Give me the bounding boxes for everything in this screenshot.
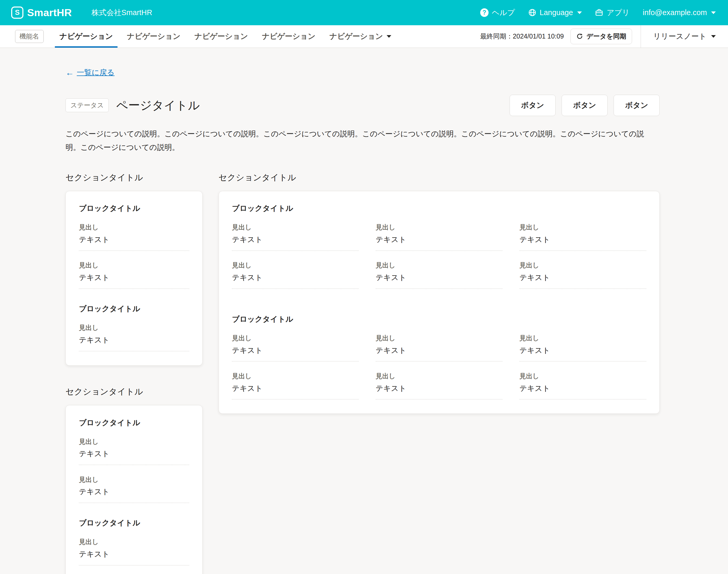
block-title: ブロックタイトル [79,304,189,314]
refresh-icon [576,33,583,40]
language-label: Language [540,8,573,17]
field-label: 見出し [79,323,189,332]
block: ブロックタイトル 見出し テキスト [79,518,189,565]
field-label: 見出し [79,538,189,546]
field-row: 見出し テキスト [232,372,359,399]
field-row: 見出し テキスト [79,223,189,251]
block: ブロックタイトル 見出し テキスト 見出し テキスト [232,314,646,410]
action-button-2[interactable]: ボタン [561,95,608,116]
field-label: 見出し [79,261,189,270]
header-left: S SmartHR 株式会社SmartHR [11,6,152,19]
section: セクションタイトル ブロックタイトル 見出し テキスト 見出し テキスト [65,386,202,574]
chevron-down-icon [711,35,716,38]
field-label: 見出し [519,223,646,232]
field-value: テキスト [79,273,189,289]
section: セクションタイトル ブロックタイトル 見出し テキスト 見出し テキスト [65,172,202,366]
right-column: セクションタイトル ブロックタイトル 見出し テキスト 見出し [219,172,660,414]
field-row: 見出し テキスト [232,223,359,251]
smarthr-logo-icon: S [11,6,24,19]
field-label: 見出し [519,372,646,380]
field-label: 見出し [376,334,503,342]
nav-item-5-dropdown[interactable]: ナビゲーション [325,25,396,47]
tenant-name: 株式会社SmartHR [92,7,152,18]
apps-menu[interactable]: アプリ [595,7,630,18]
block-title: ブロックタイトル [232,314,646,324]
field-row: 見出し テキスト [376,261,503,289]
block: ブロックタイトル 見出し テキスト 見出し テキスト [79,203,189,289]
chevron-down-icon [577,11,582,14]
field-value: テキスト [232,383,359,400]
back-link-label: 一覧に戻る [77,68,115,78]
field-label: 見出し [79,476,189,484]
detail-card: ブロックタイトル 見出し テキスト 見出し テキスト [219,191,660,414]
field-value: テキスト [519,345,646,362]
section-title: セクションタイトル [65,172,202,183]
language-menu[interactable]: Language [528,8,582,17]
field-row: 見出し テキスト [376,223,503,251]
status-badge: ステータス [65,98,109,112]
field-row: 見出し テキスト [519,372,646,399]
section-title: セクションタイトル [219,172,660,183]
field-value: テキスト [376,345,503,362]
field-label: 見出し [376,261,503,270]
sync-group: 最終同期：2024/01/01 10:09 データを同期 [480,25,640,47]
nav-item-1[interactable]: ナビゲーション [55,25,118,47]
help-icon: ? [480,8,489,17]
block: ブロックタイトル 見出し テキスト 見出し テキスト [79,418,189,503]
app-nav-left: 機能名 ナビゲーション ナビゲーション ナビゲーション ナビゲーション ナビゲー… [15,25,396,47]
field-value: テキスト [79,335,189,351]
page-header: ステータス ページタイトル ボタン ボタン ボタン [65,95,659,116]
action-button-1[interactable]: ボタン [510,95,556,116]
block-title: ブロックタイトル [79,203,189,214]
header-right: ? ヘルプ Language アプリ info@example.com [480,7,716,18]
field-value: テキスト [376,273,503,289]
field-grid: 見出し テキスト 見出し テキスト 見出し テキスト [232,223,646,299]
apps-icon [595,8,603,17]
field-row: 見出し テキスト [79,438,189,465]
field-row: 見出し テキスト [232,334,359,361]
nav-item-4[interactable]: ナビゲーション [258,25,320,47]
nav-item-2[interactable]: ナビゲーション [122,25,185,47]
field-row: 見出し テキスト [79,538,189,565]
nav-item-3[interactable]: ナビゲーション [190,25,253,47]
chevron-down-icon [711,11,716,14]
chevron-down-icon [386,35,391,38]
help-link[interactable]: ? ヘルプ [480,7,515,18]
field-value: テキスト [376,235,503,251]
nav-item-label: ナビゲーション [127,31,180,42]
detail-card: ブロックタイトル 見出し テキスト 見出し テキスト ブロックタイトル [65,405,202,574]
field-row: 見出し テキスト [376,372,503,399]
smarthr-logo[interactable]: S SmartHR [11,6,72,19]
account-email: info@example.com [643,8,707,17]
field-label: 見出し [376,223,503,232]
release-notes-menu[interactable]: リリースノート [641,25,728,47]
nav-item-label: ナビゲーション [59,31,113,42]
field-value: テキスト [232,235,359,251]
block: ブロックタイトル 見出し テキスト [79,304,189,351]
nav-item-label: ナビゲーション [194,31,248,42]
field-row: 見出し テキスト [376,334,503,361]
page-title: ページタイトル [116,97,200,113]
field-row: 見出し テキスト [519,334,646,361]
field-value: テキスト [79,449,189,465]
nav-item-label: ナビゲーション [329,31,383,42]
field-row: 見出し テキスト [519,261,646,289]
detail-card: ブロックタイトル 見出し テキスト 見出し テキスト ブロックタイトル [65,191,202,366]
globe-icon [528,8,536,17]
field-row: 見出し テキスト [519,223,646,251]
app-nav-right: 最終同期：2024/01/01 10:09 データを同期 リリースノート [480,25,728,47]
section-title: セクションタイトル [65,386,202,398]
global-header: S SmartHR 株式会社SmartHR ? ヘルプ Language アプリ [0,0,728,25]
account-menu[interactable]: info@example.com [643,8,716,17]
block-title: ブロックタイトル [79,518,189,528]
field-row: 見出し テキスト [79,323,189,351]
action-button-3[interactable]: ボタン [613,95,659,116]
logo-text: SmartHR [27,7,72,18]
back-link[interactable]: ← 一覧に戻る [65,68,115,78]
field-value: テキスト [519,235,646,251]
sync-data-button[interactable]: データを同期 [571,29,632,44]
field-value: テキスト [79,487,189,503]
section: セクションタイトル ブロックタイトル 見出し テキスト 見出し [219,172,660,414]
field-value: テキスト [376,383,503,400]
field-label: 見出し [232,334,359,342]
